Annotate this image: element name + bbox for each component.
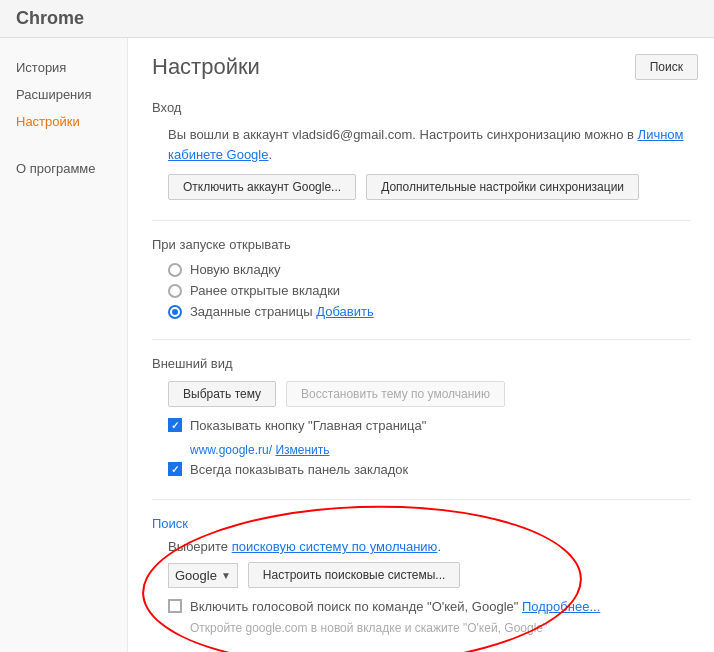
startup-title: При запуске открывать — [152, 237, 690, 252]
search-prompt: Выберите поисковую систему по умолчанию. — [168, 539, 690, 554]
search-content: Выберите поисковую систему по умолчанию.… — [152, 539, 690, 634]
show-home-checkbox-item[interactable]: Показывать кнопку "Главная страница" — [168, 417, 690, 435]
sidebar-item-about[interactable]: О программе — [0, 155, 127, 182]
search-section-wrapper: Поиск Выберите поисковую систему по умол… — [152, 516, 690, 634]
startup-content: Новую вкладку Ранее открытые вкладки Зад… — [152, 262, 690, 319]
signin-section: Вход Вы вошли в аккаунт vladsid6@gmail.c… — [152, 100, 690, 200]
content-area: Поиск Настройки Вход Вы вошли в аккаунт … — [128, 38, 714, 652]
advanced-sync-button[interactable]: Дополнительные настройки синхронизации — [366, 174, 639, 200]
search-section: Поиск Выберите поисковую систему по умол… — [152, 516, 690, 634]
signin-title: Вход — [152, 100, 690, 115]
search-prompt-text: Выберите — [168, 539, 232, 554]
app-title: Chrome — [16, 8, 698, 29]
app-container: Chrome История Расширения Настройки О пр… — [0, 0, 714, 652]
divider-2 — [152, 339, 690, 340]
radio-new-tab-label: Новую вкладку — [190, 262, 281, 277]
sidebar: История Расширения Настройки О программе — [0, 38, 128, 652]
divider-3 — [152, 499, 690, 500]
signin-description: Вы вошли в аккаунт vladsid6@gmail.com. Н… — [168, 125, 690, 164]
disable-account-button[interactable]: Отключить аккаунт Google... — [168, 174, 356, 200]
theme-buttons: Выбрать тему Восстановить тему по умолча… — [168, 381, 690, 407]
configure-search-button[interactable]: Настроить поисковые системы... — [248, 562, 461, 588]
radio-prev-tabs-label: Ранее открытые вкладки — [190, 283, 340, 298]
voice-search-row: Включить голосовой поиск по команде "О'к… — [168, 598, 690, 616]
show-home-checkbox — [168, 418, 182, 432]
restore-theme-button[interactable]: Восстановить тему по умолчанию — [286, 381, 505, 407]
radio-new-tab-circle — [168, 263, 182, 277]
appearance-title: Внешний вид — [152, 356, 690, 371]
search-prompt-end: . — [437, 539, 441, 554]
radio-prev-tabs-circle — [168, 284, 182, 298]
signin-text-part1: Вы вошли в аккаунт vladsid6@gmail.com. Н… — [168, 127, 638, 142]
homepage-url: www.google.ru/ Изменить — [190, 443, 690, 457]
sidebar-item-settings[interactable]: Настройки — [0, 108, 127, 135]
startup-section: При запуске открывать Новую вкладку Ране… — [152, 237, 690, 319]
select-arrow-icon: ▼ — [221, 570, 231, 581]
voice-search-text: Включить голосовой поиск по команде "О'к… — [190, 599, 522, 614]
radio-custom-pages-circle — [168, 305, 182, 319]
signin-text-end: . — [268, 147, 272, 162]
add-pages-link[interactable]: Добавить — [316, 304, 373, 319]
sidebar-item-history[interactable]: История — [0, 54, 127, 81]
appearance-section: Внешний вид Выбрать тему Восстановить те… — [152, 356, 690, 479]
sidebar-item-extensions[interactable]: Расширения — [0, 81, 127, 108]
search-engine-value: Google — [175, 568, 217, 583]
radio-prev-tabs[interactable]: Ранее открытые вкладки — [168, 283, 690, 298]
search-engine-select[interactable]: Google ▼ — [168, 563, 238, 588]
choose-theme-button[interactable]: Выбрать тему — [168, 381, 276, 407]
search-btn-container: Поиск — [635, 54, 698, 80]
show-bookmarks-label: Всегда показывать панель закладок — [190, 461, 408, 479]
show-home-label: Показывать кнопку "Главная страница" — [190, 417, 426, 435]
search-title: Поиск — [152, 516, 690, 531]
voice-search-label: Включить голосовой поиск по команде "О'к… — [190, 598, 600, 616]
voice-search-checkbox[interactable] — [168, 599, 182, 613]
signin-buttons: Отключить аккаунт Google... Дополнительн… — [168, 174, 690, 200]
divider-1 — [152, 220, 690, 221]
top-bar: Chrome — [0, 0, 714, 38]
search-select-row: Google ▼ Настроить поисковые системы... — [168, 562, 690, 588]
voice-search-more-link[interactable]: Подробнее... — [522, 599, 600, 614]
main-layout: История Расширения Настройки О программе… — [0, 38, 714, 652]
voice-search-subtext: Откройте google.com в новой вкладке и ск… — [190, 621, 690, 635]
page-title: Настройки — [152, 54, 690, 80]
show-bookmarks-checkbox-item[interactable]: Всегда показывать панель закладок — [168, 461, 690, 479]
radio-custom-pages-label: Заданные страницы Добавить — [190, 304, 374, 319]
radio-custom-pages[interactable]: Заданные страницы Добавить — [168, 304, 690, 319]
radio-new-tab[interactable]: Новую вкладку — [168, 262, 690, 277]
appearance-content: Выбрать тему Восстановить тему по умолча… — [152, 381, 690, 479]
search-button[interactable]: Поиск — [635, 54, 698, 80]
show-bookmarks-checkbox — [168, 462, 182, 476]
signin-content: Вы вошли в аккаунт vladsid6@gmail.com. Н… — [152, 125, 690, 200]
change-homepage-link[interactable]: Изменить — [275, 443, 329, 457]
default-search-link[interactable]: поисковую систему по умолчанию — [232, 539, 438, 554]
